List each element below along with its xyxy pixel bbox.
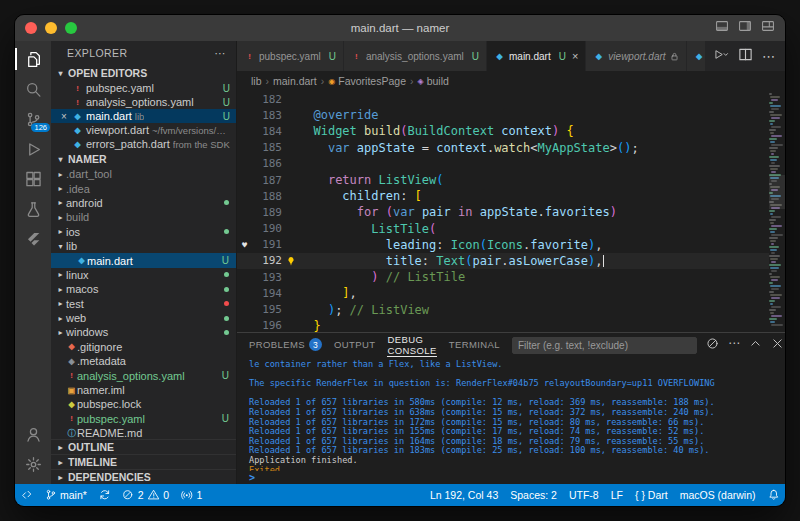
tree-item[interactable]: ⓘREADME.md [51,426,236,439]
tree-item[interactable]: ▣namer.iml [51,383,236,397]
panel-tab-output[interactable]: OUTPUT [334,333,375,357]
close-editor-button[interactable]: × [59,111,69,122]
activity-testing[interactable] [15,194,51,224]
tab-errors_patch.dart[interactable]: ◆errors_patch.dart [687,41,705,71]
section-outline[interactable]: ▸OUTLINE [51,439,236,454]
breadcrumb-lib[interactable]: lib [251,75,262,87]
code-line-182[interactable]: 182 [237,91,769,107]
titlebar-toggle-panel-button[interactable] [715,19,729,37]
split-editor-button[interactable] [738,47,753,66]
tree-item[interactable]: ▸.idea [51,181,236,195]
activity-accounts[interactable] [15,419,51,449]
status-notifications[interactable] [762,484,786,506]
status-problems[interactable]: 20 [116,484,175,506]
activity-extensions[interactable] [15,164,51,194]
open-editors-header[interactable]: ▾ OPEN EDITORS [51,65,236,81]
activity-search[interactable] [15,74,51,104]
code-line-187[interactable]: 187 return ListView( [237,172,769,188]
title-bar[interactable]: main.dart — namer [15,15,785,41]
code-editor[interactable]: 182183 @override184 Widget build(BuildCo… [237,91,785,332]
activity-settings[interactable] [15,449,51,479]
tab-analysis_options.yaml[interactable]: !analysis_options.yamlU [344,41,487,71]
code-line-190[interactable]: 190 ListTile( [237,221,769,237]
section-timeline[interactable]: ▸TIMELINE [51,454,236,469]
code-line-188[interactable]: 188 children: [ [237,188,769,204]
activity-explorer[interactable] [15,44,51,74]
tree-item[interactable]: ◆main.dartU [51,253,236,267]
status-eol[interactable]: LF [605,484,629,506]
run-menu-button[interactable] [714,47,729,66]
activity-source-control[interactable]: 126 [15,104,51,134]
project-header[interactable]: ▾ NAMER [51,151,236,167]
code-line-194[interactable]: 194 ], [237,285,769,301]
close-tab-button[interactable]: × [572,50,578,62]
tab-pubspec.yaml[interactable]: !pubspec.yamlU [237,41,344,71]
activity-flutter[interactable] [15,224,51,254]
clear-console-button[interactable] [706,336,719,354]
tree-item[interactable]: ◈.metadata [51,354,236,368]
zoom-window-button[interactable] [65,22,77,34]
activity-run-debug[interactable] [15,134,51,164]
breadcrumb-build[interactable]: ◈build [417,75,448,87]
views-and-more-actions-button[interactable]: ⋯ [215,47,227,59]
status-git-branch[interactable]: main* [39,484,93,506]
status-language-mode[interactable]: { } Dart [629,484,674,506]
maximize-panel-button[interactable] [749,336,762,354]
status-encoding[interactable]: UTF-8 [563,484,605,506]
status-sync[interactable] [93,484,117,506]
minimap[interactable] [769,91,785,332]
tree-item[interactable]: ▸build [51,210,236,224]
status-platform[interactable]: macOS (darwin) [674,484,762,506]
status-ports[interactable]: 1 [175,484,208,506]
tab-viewport.dart[interactable]: ◆viewport.dart [586,41,686,71]
code-line-183[interactable]: 183 @override [237,107,769,123]
status-cursor-position[interactable]: Ln 192, Col 43 [424,484,504,506]
tree-item[interactable]: ▾lib [51,239,236,253]
panel-tab-problems[interactable]: PROBLEMS3 [249,333,322,357]
tree-item[interactable]: ▸macos [51,282,236,296]
status-remote[interactable] [15,484,39,506]
code-line-184[interactable]: 184 Widget build(BuildContext context) { [237,123,769,139]
titlebar-toggle-secondary-sidebar-button[interactable] [738,19,752,37]
minimize-window-button[interactable] [45,22,57,34]
panel-tab-terminal[interactable]: TERMINAL [449,333,500,357]
tree-item[interactable]: ▸linux [51,268,236,282]
status-indentation[interactable]: Spaces: 2 [504,484,563,506]
open-editor-row[interactable]: !analysis_options.yamlU [51,95,236,109]
open-editor-row[interactable]: ◆viewport.dart~/fvm/versions/stable/pack… [51,123,236,137]
open-editor-row[interactable]: ×◆main.dartlibU [51,109,236,123]
tree-item[interactable]: ◆pubspec.lock [51,397,236,411]
section-dependencies[interactable]: ▸DEPENDENCIES [51,469,236,484]
code-line-191[interactable]: ♥191 leading: Icon(Icons.favorite), [237,237,769,253]
breadcrumb-FavoritesPage[interactable]: ◉FavoritesPage [328,75,406,87]
tree-item[interactable]: ▸windows [51,325,236,339]
titlebar-customize-layout-button[interactable] [761,19,775,37]
tree-item[interactable]: ▸.dart_tool [51,167,236,181]
tree-item[interactable]: ▸test [51,297,236,311]
more-actions-button[interactable]: ⋯ [762,49,776,64]
tree-item[interactable]: !analysis_options.yamlU [51,368,236,382]
debug-console-input[interactable]: > [237,471,785,484]
tree-item[interactable]: !pubspec.yamlU [51,412,236,426]
tab-main.dart[interactable]: ◆main.dartU× [487,41,586,71]
code-line-195[interactable]: 195 ); // ListView [237,301,769,317]
open-editor-row[interactable]: !pubspec.yamlU [51,81,236,95]
tree-item[interactable]: ▸android [51,196,236,210]
tree-item[interactable]: ▸ios [51,225,236,239]
panel-tab-debug-console[interactable]: DEBUG CONSOLE [387,333,436,357]
code-line-186[interactable]: 186 [237,156,769,172]
code-line-193[interactable]: 193 ) // ListTile [237,269,769,285]
code-line-189[interactable]: 189 for (var pair in appState.favorites) [237,204,769,220]
more-actions-button[interactable]: ⋯ [728,336,740,354]
close-window-button[interactable] [25,22,37,34]
code-line-192[interactable]: 192 title: Text(pair.asLowerCase), [237,253,769,269]
code-line-196[interactable]: 196 } [237,318,769,332]
console-filter-input[interactable] [512,337,697,354]
tree-item[interactable]: ◆.gitignore [51,340,236,354]
tree-item[interactable]: ▸web [51,311,236,325]
breadcrumb-main.dart[interactable]: main.dart [273,75,317,87]
minimap-slider[interactable] [769,175,785,209]
close-panel-button[interactable] [771,336,784,354]
open-editor-row[interactable]: ◆errors_patch.dartfrom the SDK [51,137,236,151]
code-line-185[interactable]: 185 var appState = context.watch<MyAppSt… [237,140,769,156]
